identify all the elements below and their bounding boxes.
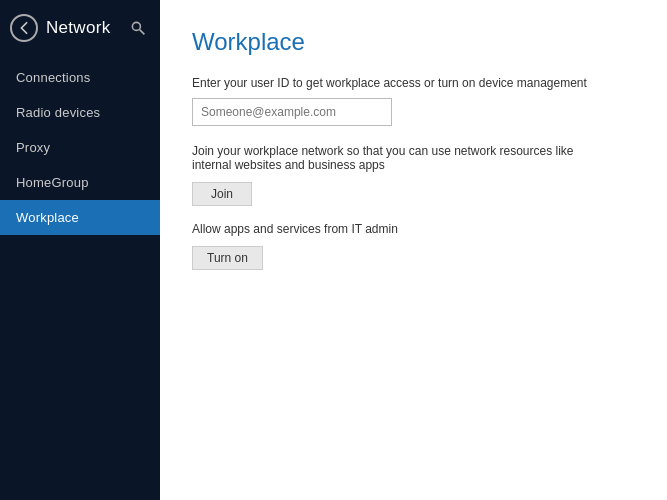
sidebar-nav: Connections Radio devices Proxy HomeGrou… [0,60,160,235]
sidebar-item-radio-devices[interactable]: Radio devices [0,95,160,130]
svg-point-0 [132,22,140,30]
turn-on-button[interactable]: Turn on [192,246,263,270]
sidebar-item-connections[interactable]: Connections [0,60,160,95]
sidebar-header: Network [0,0,160,56]
sidebar-item-homegroup[interactable]: HomeGroup [0,165,160,200]
section2-description: Join your workplace network so that you … [192,144,592,172]
search-button[interactable] [128,18,148,38]
svg-line-1 [140,30,145,35]
sidebar-title: Network [46,18,110,38]
allow-label: Allow apps and services from IT admin [192,222,635,236]
section1-description: Enter your user ID to get workplace acce… [192,76,635,90]
page-title: Workplace [192,28,635,56]
back-button[interactable] [10,14,38,42]
main-content: Workplace Enter your user ID to get work… [160,0,667,500]
sidebar-item-proxy[interactable]: Proxy [0,130,160,165]
sidebar: Network Connections Radio devices Proxy … [0,0,160,500]
join-button[interactable]: Join [192,182,252,206]
sidebar-item-workplace[interactable]: Workplace [0,200,160,235]
email-input[interactable] [192,98,392,126]
